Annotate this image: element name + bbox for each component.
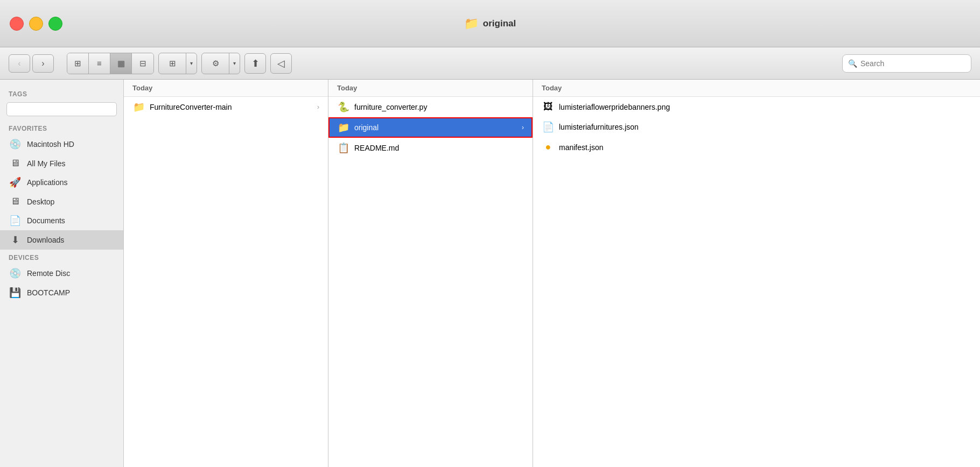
group-view-button: ⊞ ▾ <box>158 53 197 74</box>
md-file-icon: 📋 <box>337 142 350 154</box>
maximize-button[interactable] <box>48 17 62 31</box>
devices-section-header: Devices <box>0 250 123 264</box>
file-name: lumisteriaflowerpridebanners.png <box>559 103 971 111</box>
downloads-icon: ⬇ <box>9 234 22 246</box>
sidebar-item-label: BOOTCAMP <box>27 288 70 297</box>
all-my-files-icon: 🖥 <box>9 158 22 169</box>
sidebar-item-documents[interactable]: 📄 Documents <box>0 211 123 230</box>
tags-section-header: Tags <box>0 86 123 100</box>
traffic-lights <box>10 17 62 31</box>
window-title: original <box>483 18 516 29</box>
search-box[interactable]: 🔍 <box>842 54 971 73</box>
file-name: furniture_converter.py <box>354 103 524 111</box>
list-view-icon: ≡ <box>97 59 102 68</box>
browser-column-3: Today 🖼 lumisteriaflowerpridebanners.png… <box>533 80 980 467</box>
remote-disc-icon: 💿 <box>9 267 22 279</box>
sidebar-item-bootcamp[interactable]: 💾 BOOTCAMP <box>0 283 123 302</box>
sidebar: Tags Favorites 💿 Macintosh HD 🖥 All My F… <box>0 80 124 467</box>
table-row[interactable]: 📁 FurnitureConverter-main › <box>124 97 328 117</box>
file-browser: Today 📁 FurnitureConverter-main › Today … <box>124 80 980 467</box>
title-folder-icon: 📁 <box>464 17 479 31</box>
table-row[interactable]: 📄 lumisteriafurnitures.json <box>533 117 980 137</box>
column-view: Today 📁 FurnitureConverter-main › Today … <box>124 80 980 467</box>
column-1-header: Today <box>124 80 328 97</box>
icon-view-icon: ⊞ <box>74 59 81 68</box>
folder-icon: 📁 <box>337 122 350 133</box>
forward-button[interactable]: › <box>32 54 54 73</box>
back-button[interactable]: ‹ <box>9 54 30 73</box>
titlebar: 📁 original <box>0 0 980 47</box>
table-row[interactable]: ● manifest.json <box>533 137 980 157</box>
back-icon: ‹ <box>18 59 20 68</box>
action-button: ⚙ ▾ <box>201 53 240 74</box>
tags-search-box[interactable] <box>6 102 117 116</box>
action-main[interactable]: ⚙ <box>202 53 229 74</box>
sidebar-item-desktop[interactable]: 🖥 Desktop <box>0 192 123 211</box>
file-name: original <box>354 123 517 132</box>
tag-icon: ◁ <box>277 58 285 69</box>
group-view-arrow[interactable]: ▾ <box>186 53 197 74</box>
table-row[interactable]: 🐍 furniture_converter.py <box>328 97 533 117</box>
column-view-icon: ▦ <box>117 59 125 68</box>
sidebar-item-applications[interactable]: 🚀 Applications <box>0 173 123 192</box>
browser-column-1: Today 📁 FurnitureConverter-main › <box>124 80 328 467</box>
view-list-button[interactable]: ≡ <box>89 53 110 74</box>
sidebar-item-macintosh-hd[interactable]: 💿 Macintosh HD <box>0 135 123 154</box>
sidebar-item-label: Applications <box>27 178 68 187</box>
gear-arrow-icon: ▾ <box>233 60 236 66</box>
png-file-icon: 🖼 <box>542 101 555 112</box>
search-input[interactable] <box>860 59 965 68</box>
documents-icon: 📄 <box>9 215 22 227</box>
main-content: Tags Favorites 💿 Macintosh HD 🖥 All My F… <box>0 80 980 467</box>
sidebar-item-label: Downloads <box>27 236 64 244</box>
column-2-header: Today <box>328 80 533 97</box>
sidebar-item-all-my-files[interactable]: 🖥 All My Files <box>0 154 123 173</box>
view-toggle-group: ⊞ ≡ ▦ ⊟ <box>67 53 154 74</box>
bootcamp-icon: 💾 <box>9 287 22 299</box>
view-icon-button[interactable]: ⊞ <box>67 53 89 74</box>
manifest-json-icon: ● <box>542 141 555 153</box>
view-cover-button[interactable]: ⊟ <box>132 53 153 74</box>
minimize-button[interactable] <box>29 17 43 31</box>
gear-icon: ⚙ <box>212 59 219 68</box>
sidebar-item-label: Macintosh HD <box>27 140 74 148</box>
forward-icon: › <box>41 59 44 68</box>
sidebar-item-label: All My Files <box>27 159 66 168</box>
applications-icon: 🚀 <box>9 176 22 188</box>
group-arrow-icon: ▾ <box>190 60 193 66</box>
file-name: README.md <box>354 144 524 152</box>
cover-view-icon: ⊟ <box>139 59 146 68</box>
view-column-button[interactable]: ▦ <box>110 53 132 74</box>
python-file-icon: 🐍 <box>337 101 350 113</box>
search-icon: 🔍 <box>848 59 857 68</box>
file-name: FurnitureConverter-main <box>150 103 313 111</box>
file-name: lumisteriafurnitures.json <box>559 123 971 131</box>
json-file-icon: 📄 <box>542 121 555 133</box>
chevron-right-icon: › <box>522 124 524 131</box>
sidebar-item-label: Desktop <box>27 197 54 206</box>
share-icon: ⬆ <box>251 58 260 69</box>
table-row[interactable]: 📁 original › <box>328 117 533 138</box>
sidebar-item-label: Remote Disc <box>27 269 70 278</box>
folder-icon: 📁 <box>132 101 145 113</box>
share-button[interactable]: ⬆ <box>244 53 266 74</box>
close-button[interactable] <box>10 17 24 31</box>
file-name: manifest.json <box>559 143 971 152</box>
macintosh-hd-icon: 💿 <box>9 138 22 150</box>
chevron-right-icon: › <box>317 103 319 111</box>
table-row[interactable]: 📋 README.md <box>328 138 533 158</box>
nav-buttons: ‹ › <box>9 54 54 73</box>
group-view-main[interactable]: ⊞ <box>159 53 186 74</box>
column-3-header: Today <box>533 80 980 97</box>
tag-button[interactable]: ◁ <box>270 53 292 74</box>
desktop-icon: 🖥 <box>9 196 22 207</box>
sidebar-item-label: Documents <box>27 216 65 225</box>
action-arrow[interactable]: ▾ <box>229 53 240 74</box>
group-icon: ⊞ <box>169 59 176 68</box>
toolbar: ‹ › ⊞ ≡ ▦ ⊟ ⊞ ▾ ⚙ ▾ <box>0 47 980 80</box>
sidebar-item-downloads[interactable]: ⬇ Downloads <box>0 230 123 250</box>
browser-column-2: Today 🐍 furniture_converter.py 📁 origina… <box>328 80 533 467</box>
sidebar-item-remote-disc[interactable]: 💿 Remote Disc <box>0 264 123 283</box>
table-row[interactable]: 🖼 lumisteriaflowerpridebanners.png <box>533 97 980 117</box>
favorites-section-header: Favorites <box>0 121 123 135</box>
